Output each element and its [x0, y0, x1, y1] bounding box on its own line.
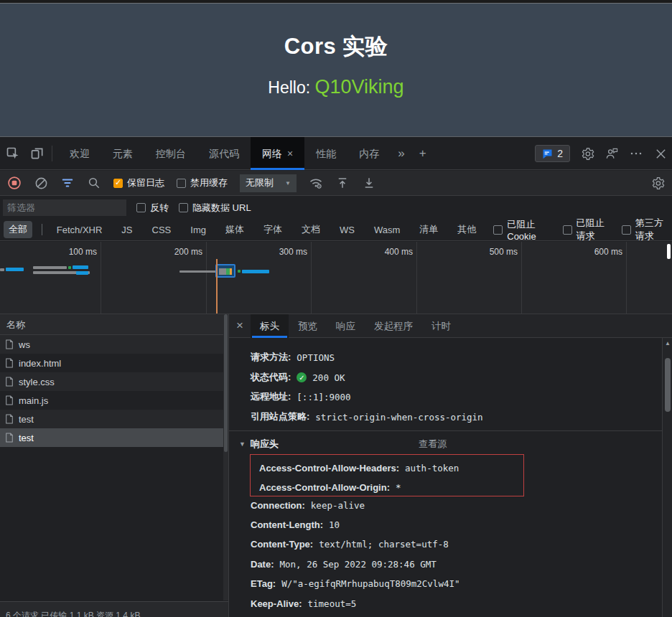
tab-console[interactable]: 控制台	[144, 137, 197, 170]
request-details-panel: × 标头 预览 响应 发起程序 计时 请求方法: OPTIONS 状态代码: ✓…	[228, 314, 672, 617]
waterfall-bar	[238, 270, 241, 273]
cors-headers-highlight-box: Access-Control-Allow-Headers: auth-token…	[250, 454, 524, 496]
request-row-main-js[interactable]: main.js	[0, 391, 228, 410]
details-tab-headers[interactable]: 标头	[251, 314, 289, 338]
general-row-status: 状态代码: ✓ 200 OK	[251, 369, 345, 385]
checkbox-unchecked	[177, 179, 186, 188]
blocked-cookies-checkbox[interactable]: 已阻止 Cookie	[493, 218, 550, 242]
general-row-remote-address: 远程地址: [::1]:9000	[251, 389, 351, 405]
settings-gear-icon[interactable]	[580, 146, 594, 161]
tick-label: 200 ms	[174, 247, 202, 257]
view-source-link[interactable]: 查看源	[419, 436, 447, 452]
device-toolbar-icon[interactable]	[30, 146, 45, 161]
selected-request-bar[interactable]	[215, 264, 235, 278]
scroll-up-icon[interactable]: ▲	[663, 340, 672, 347]
request-row-test-1[interactable]: test	[0, 410, 228, 428]
header-row-content-length: Content-Length: 10	[251, 517, 340, 532]
search-icon[interactable]	[87, 176, 101, 190]
header-row-etag: ETag: W/"a-egifqRMrhupabuqT809m2Cvlw4I"	[251, 575, 460, 591]
checkbox-unchecked	[136, 203, 146, 212]
divider	[52, 146, 52, 161]
type-filter-js[interactable]: JS	[116, 222, 137, 237]
request-row-test-2[interactable]: test	[0, 428, 228, 447]
invert-checkbox[interactable]: 反转	[136, 202, 169, 215]
status-ok-icon: ✓	[297, 372, 307, 382]
tab-welcome[interactable]: 欢迎	[58, 137, 101, 170]
details-tab-preview[interactable]: 预览	[289, 314, 327, 338]
waterfall-bar	[33, 266, 67, 269]
collapse-triangle-icon[interactable]: ▼	[239, 441, 246, 448]
export-har-icon[interactable]	[362, 176, 376, 190]
third-party-checkbox[interactable]: 第三方请求	[622, 217, 668, 242]
timeline-scroll-grip[interactable]	[667, 244, 671, 259]
gridline	[626, 242, 627, 314]
screen: Cors 实验 Hello: Q10Viking 欢迎 元素 控制台 源代码 网…	[0, 0, 672, 617]
tab-close-icon[interactable]: ×	[287, 137, 293, 170]
divider	[229, 430, 663, 431]
blocked-requests-checkbox[interactable]: 已阻止请求	[563, 217, 610, 242]
type-filter-other[interactable]: 其他	[452, 221, 481, 238]
type-filter-doc[interactable]: 文档	[297, 221, 325, 238]
type-filter-img[interactable]: Img	[185, 222, 211, 237]
more-tabs-icon[interactable]: »	[391, 146, 411, 161]
inspect-element-icon[interactable]	[6, 146, 20, 161]
import-har-icon[interactable]	[335, 176, 350, 190]
checkbox-unchecked	[179, 203, 188, 212]
checkbox-checked	[113, 179, 123, 188]
list-scrollbar-thumb[interactable]	[224, 314, 228, 452]
type-filter-manifest[interactable]: 清单	[414, 221, 443, 238]
network-settings-gear-icon[interactable]	[650, 176, 665, 190]
tick-label: 500 ms	[490, 247, 518, 257]
page-title: Cors 实验	[0, 32, 672, 62]
request-row-ws[interactable]: ws	[0, 335, 228, 354]
file-icon	[5, 433, 14, 443]
waterfall-bar	[73, 265, 88, 269]
tab-elements[interactable]: 元素	[101, 137, 144, 170]
close-details-icon[interactable]: ×	[229, 319, 251, 333]
waterfall-bar	[76, 271, 88, 275]
hide-data-urls-checkbox[interactable]: 隐藏数据 URL	[179, 202, 251, 215]
throttling-select[interactable]: 无限制 ▼	[240, 174, 297, 192]
type-filter-wasm[interactable]: Wasm	[369, 222, 405, 237]
add-tab-icon[interactable]: +	[412, 146, 434, 161]
waterfall-segment	[230, 268, 232, 275]
network-conditions-icon[interactable]	[309, 176, 323, 190]
details-tab-timing[interactable]: 计时	[422, 314, 460, 338]
clear-icon[interactable]	[34, 176, 48, 190]
tabbar-right: 2	[535, 137, 668, 170]
filter-input[interactable]	[3, 199, 126, 216]
tick-label: 600 ms	[594, 247, 622, 257]
details-scrollbar-thumb[interactable]	[665, 358, 671, 412]
devtools-tabbar: 欢迎 元素 控制台 源代码 网络 × 性能 内存 » + 2	[0, 137, 672, 170]
details-scrollbar[interactable]: ▲	[662, 338, 672, 617]
list-scrollbar[interactable]	[223, 314, 228, 600]
feedback-icon[interactable]	[605, 146, 619, 161]
close-devtools-icon[interactable]	[653, 146, 668, 161]
details-tab-initiator[interactable]: 发起程序	[365, 314, 422, 338]
tab-sources[interactable]: 源代码	[197, 137, 251, 170]
type-filter-css[interactable]: CSS	[147, 222, 177, 237]
request-row-index-html[interactable]: index.html	[0, 354, 228, 372]
name-column-header[interactable]: 名称	[0, 314, 228, 335]
timeline-overview[interactable]: 100 ms 200 ms 300 ms 400 ms 500 ms 600 m…	[0, 242, 672, 314]
record-icon[interactable]	[7, 176, 22, 190]
details-tab-response[interactable]: 响应	[327, 314, 365, 338]
tab-network[interactable]: 网络 ×	[251, 137, 304, 170]
more-options-icon[interactable]	[629, 146, 643, 161]
disable-cache-checkbox[interactable]: 禁用缓存	[177, 176, 228, 189]
preserve-log-checkbox[interactable]: 保留日志	[113, 176, 164, 189]
tab-memory[interactable]: 内存	[347, 137, 391, 170]
type-filter-fetch-xhr[interactable]: Fetch/XHR	[52, 222, 108, 237]
response-headers-section[interactable]: ▼ 响应头	[239, 436, 279, 452]
request-row-style-css[interactable]: style.css	[0, 372, 228, 391]
type-filter-font[interactable]: 字体	[258, 221, 287, 238]
filter-icon[interactable]	[60, 176, 75, 190]
file-icon	[5, 395, 14, 405]
type-filter-media[interactable]: 媒体	[220, 221, 249, 238]
type-filter-ws[interactable]: WS	[335, 222, 360, 237]
issues-badge[interactable]: 2	[535, 145, 570, 162]
type-filter-all[interactable]: 全部	[4, 221, 32, 238]
header-row-content-type: Content-Type: text/html; charset=utf-8	[251, 536, 449, 552]
tab-performance[interactable]: 性能	[304, 137, 347, 170]
checkbox-unchecked	[493, 225, 503, 235]
